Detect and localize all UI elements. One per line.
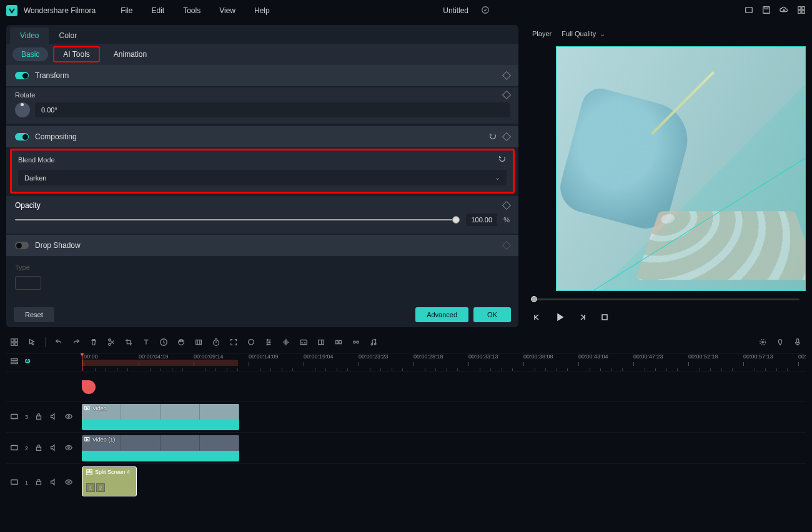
subtitle-icon[interactable] bbox=[299, 338, 308, 347]
save-icon[interactable] bbox=[762, 6, 771, 16]
mic-icon[interactable] bbox=[793, 338, 802, 347]
svg-rect-50 bbox=[87, 473, 92, 475]
preview-viewport[interactable] bbox=[556, 46, 806, 291]
preview-scrubber[interactable] bbox=[531, 296, 800, 303]
color-icon[interactable] bbox=[177, 338, 186, 347]
snap-icon[interactable] bbox=[334, 338, 343, 347]
layout-icon[interactable] bbox=[745, 6, 753, 16]
green-screen-icon[interactable] bbox=[194, 338, 203, 347]
compositing-keyframe-icon[interactable] bbox=[502, 132, 511, 141]
drop-shadow-toggle[interactable] bbox=[15, 242, 29, 249]
menu-help[interactable]: Help bbox=[254, 6, 270, 15]
transform-toggle[interactable] bbox=[15, 72, 29, 79]
mute-icon[interactable] bbox=[49, 443, 58, 453]
blend-mode-dropdown[interactable]: Darken ⌄ bbox=[18, 170, 507, 185]
marker-icon[interactable] bbox=[776, 338, 785, 347]
playhead[interactable] bbox=[82, 353, 82, 371]
track-manager-icon[interactable] bbox=[10, 357, 19, 368]
undo-icon[interactable] bbox=[54, 338, 63, 347]
mute-icon[interactable] bbox=[49, 478, 58, 488]
grid-icon[interactable] bbox=[797, 6, 806, 16]
auto-ripple-icon[interactable] bbox=[24, 357, 32, 368]
menubar: Wondershare Filmora File Edit Tools View… bbox=[0, 0, 812, 21]
rotate-knob[interactable] bbox=[15, 102, 30, 117]
visibility-icon[interactable] bbox=[64, 412, 73, 422]
mask-tool-icon[interactable] bbox=[247, 338, 255, 347]
cursor-tool-icon[interactable] bbox=[27, 338, 36, 347]
play-button[interactable] bbox=[555, 312, 565, 324]
text-tool-icon[interactable] bbox=[142, 338, 151, 347]
adjust-icon[interactable] bbox=[264, 338, 273, 347]
section-drop-shadow[interactable]: Drop Shadow bbox=[6, 235, 518, 256]
delete-icon[interactable] bbox=[89, 338, 98, 347]
ok-button[interactable]: OK bbox=[473, 307, 511, 322]
app-name: Wondershare Filmora bbox=[24, 6, 96, 15]
menu-view[interactable]: View bbox=[219, 6, 235, 15]
opacity-keyframe-icon[interactable] bbox=[502, 201, 511, 210]
track-type-icon bbox=[10, 412, 19, 422]
marker-tool-icon[interactable] bbox=[317, 338, 325, 347]
compositing-reset-icon[interactable] bbox=[488, 132, 497, 142]
svg-point-31 bbox=[374, 343, 376, 345]
rotate-keyframe-icon[interactable] bbox=[502, 91, 511, 99]
mute-icon[interactable] bbox=[49, 412, 58, 422]
music-tool-icon[interactable] bbox=[369, 338, 378, 347]
track-type-icon bbox=[10, 478, 19, 488]
svg-rect-10 bbox=[602, 315, 607, 320]
crop-icon[interactable] bbox=[124, 338, 133, 347]
render-icon[interactable] bbox=[758, 338, 767, 347]
visibility-icon[interactable] bbox=[64, 478, 73, 488]
opacity-value[interactable]: 100.00 bbox=[466, 214, 497, 226]
drop-shadow-type-selector[interactable] bbox=[15, 276, 41, 290]
drop-shadow-keyframe-icon[interactable] bbox=[502, 241, 511, 250]
subtab-animation[interactable]: Animation bbox=[105, 47, 156, 61]
next-frame-button[interactable] bbox=[577, 312, 587, 324]
ruler-mark: 00:00:33:13 bbox=[468, 353, 498, 360]
reset-button[interactable]: Reset bbox=[14, 307, 54, 322]
tab-video[interactable]: Video bbox=[10, 27, 49, 44]
chevron-down-icon: ⌄ bbox=[600, 30, 605, 38]
lock-icon[interactable] bbox=[34, 443, 43, 453]
advanced-button[interactable]: Advanced bbox=[415, 307, 468, 322]
lock-icon[interactable] bbox=[34, 412, 43, 422]
subtab-basic[interactable]: Basic bbox=[12, 47, 48, 61]
media-library-icon[interactable] bbox=[10, 338, 19, 347]
audio-icon[interactable] bbox=[282, 338, 290, 347]
redo-icon[interactable] bbox=[72, 338, 81, 347]
timeline-ruler[interactable]: 00:0000:00:04:1900:00:09:1400:00:14:0900… bbox=[80, 353, 806, 371]
audio-marker-icon[interactable] bbox=[82, 380, 96, 394]
clip-video-2[interactable]: Video (1) bbox=[82, 435, 239, 461]
link-tool-icon[interactable] bbox=[352, 338, 360, 347]
speed-icon[interactable] bbox=[159, 338, 168, 347]
stop-button[interactable] bbox=[600, 312, 610, 324]
lock-icon[interactable] bbox=[34, 478, 43, 488]
svg-rect-4 bbox=[798, 6, 801, 9]
scrub-thumb[interactable] bbox=[531, 296, 537, 302]
opacity-slider[interactable] bbox=[15, 219, 460, 220]
clip-split-screen[interactable]: Split Screen 4 1 2 bbox=[82, 466, 137, 496]
quality-dropdown[interactable]: Full Quality ⌄ bbox=[562, 30, 605, 38]
blend-reset-icon[interactable] bbox=[498, 154, 507, 165]
split-icon[interactable] bbox=[107, 338, 116, 347]
tab-color[interactable]: Color bbox=[49, 27, 87, 44]
section-transform[interactable]: Transform bbox=[6, 65, 518, 86]
subtab-ai-tools[interactable]: AI Tools bbox=[53, 46, 99, 62]
menu-file[interactable]: File bbox=[121, 6, 132, 15]
cloud-upload-icon[interactable] bbox=[780, 6, 788, 16]
prev-frame-button[interactable] bbox=[532, 312, 542, 324]
visibility-icon[interactable] bbox=[64, 443, 73, 453]
drop-shadow-type-row: Type bbox=[6, 257, 518, 302]
section-compositing[interactable]: Compositing bbox=[6, 126, 518, 147]
menu-tools[interactable]: Tools bbox=[183, 6, 201, 15]
menu-edit[interactable]: Edit bbox=[152, 6, 165, 15]
opacity-slider-thumb[interactable] bbox=[452, 216, 460, 224]
clip-video-1[interactable]: Video bbox=[82, 404, 239, 430]
properties-scroll[interactable]: Transform Rotate Compositing bbox=[6, 65, 518, 302]
rotate-value-input[interactable] bbox=[35, 102, 510, 117]
svg-rect-13 bbox=[11, 342, 14, 345]
compositing-toggle[interactable] bbox=[15, 133, 29, 140]
expand-icon[interactable] bbox=[229, 338, 238, 347]
ruler-mark: 00:00:04:19 bbox=[139, 353, 169, 360]
timer-icon[interactable] bbox=[212, 338, 220, 347]
transform-keyframe-icon[interactable] bbox=[502, 71, 511, 80]
